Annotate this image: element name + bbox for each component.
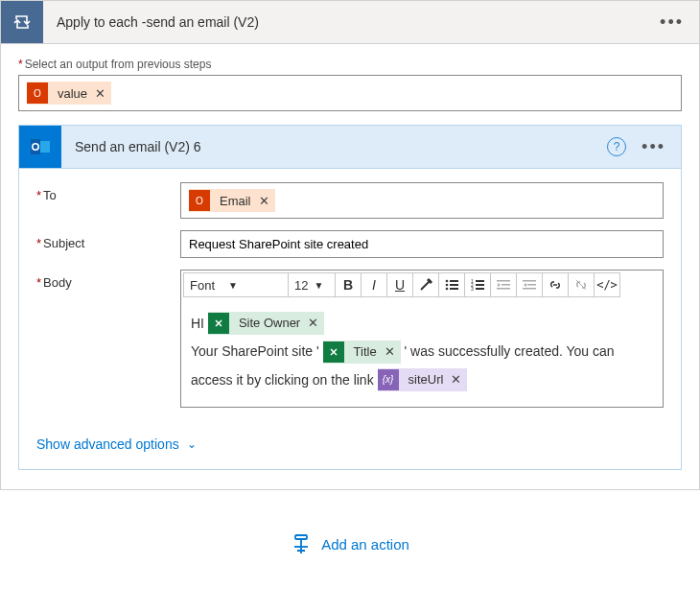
svg-rect-15 [497, 280, 510, 282]
svg-point-5 [446, 284, 449, 287]
svg-rect-16 [502, 284, 510, 286]
chevron-down-icon: ⌄ [187, 437, 197, 451]
svg-rect-6 [450, 284, 458, 286]
value-token[interactable]: O value ✕ [27, 82, 111, 105]
subject-label: *Subject [36, 230, 180, 250]
numbered-list-button[interactable]: 123 [464, 272, 491, 297]
body-label: *Body [36, 270, 180, 290]
send-email-title: Send an email (V2) 6 [61, 139, 597, 154]
outlook-icon [19, 126, 61, 168]
to-label: *To [36, 182, 180, 202]
add-action-container: Add an action [0, 490, 700, 575]
send-email-card: Send an email (V2) 6 ? ••• *To O Email ✕ [18, 125, 682, 470]
color-button[interactable] [412, 272, 439, 297]
to-field[interactable]: O Email ✕ [180, 182, 664, 219]
send-email-body: *To O Email ✕ *Subject [19, 169, 681, 469]
remove-token-icon[interactable]: ✕ [308, 311, 318, 336]
siteurl-token[interactable]: {x} siteUrl ✕ [378, 368, 468, 391]
body-content[interactable]: HI Site Owner ✕ Your SharePoint site ' [181, 299, 663, 407]
remove-token-icon[interactable]: ✕ [259, 194, 269, 208]
svg-rect-14 [476, 288, 484, 290]
add-action-button[interactable]: Add an action [291, 534, 409, 555]
size-select[interactable]: 12▼ [288, 272, 336, 297]
svg-rect-4 [450, 280, 458, 282]
svg-rect-19 [527, 284, 536, 286]
loop-icon [1, 1, 43, 43]
apply-to-each-title: Apply to each -send an email (V2) [43, 14, 644, 30]
svg-rect-10 [476, 280, 484, 282]
rte-toolbar: Font▼ 12▼ B I U [181, 271, 663, 299]
indent-button[interactable] [516, 272, 543, 297]
title-token[interactable]: Title ✕ [323, 341, 401, 364]
remove-token-icon[interactable]: ✕ [451, 367, 461, 392]
font-select[interactable]: Font▼ [183, 272, 289, 297]
apply-to-each-header[interactable]: Apply to each -send an email (V2) ••• [1, 1, 699, 44]
send-email-menu[interactable]: ••• [636, 134, 671, 159]
unlink-button[interactable] [568, 272, 595, 297]
svg-point-3 [446, 280, 449, 283]
svg-rect-23 [295, 535, 307, 539]
italic-button[interactable]: I [361, 272, 387, 297]
excel-icon [323, 341, 344, 363]
apply-to-each-body: *Select an output from previous steps O … [1, 44, 699, 489]
add-action-icon [291, 534, 312, 555]
body-editor: Font▼ 12▼ B I U [180, 270, 664, 408]
subject-input[interactable] [180, 230, 664, 258]
output-field[interactable]: O value ✕ [18, 75, 682, 111]
underline-button[interactable]: U [386, 272, 413, 297]
office-icon: O [189, 190, 210, 211]
svg-point-7 [446, 288, 449, 291]
link-button[interactable] [542, 272, 569, 297]
email-token[interactable]: O Email ✕ [189, 189, 275, 212]
code-view-button[interactable]: </> [594, 272, 620, 297]
remove-token-icon[interactable]: ✕ [95, 86, 105, 101]
site-owner-token[interactable]: Site Owner ✕ [208, 312, 324, 335]
help-button[interactable]: ? [607, 137, 626, 156]
bold-button[interactable]: B [335, 272, 362, 297]
send-email-header[interactable]: Send an email (V2) 6 ? ••• [19, 126, 681, 169]
svg-text:3: 3 [471, 286, 474, 292]
show-advanced-options[interactable]: Show advanced options⌄ [36, 436, 197, 452]
excel-icon [208, 313, 229, 334]
bulleted-list-button[interactable] [438, 272, 465, 297]
svg-rect-8 [450, 288, 458, 290]
variable-icon: {x} [378, 369, 399, 390]
output-field-label: *Select an output from previous steps [18, 58, 682, 71]
svg-rect-20 [523, 288, 536, 290]
remove-token-icon[interactable]: ✕ [385, 340, 395, 365]
apply-to-each-menu[interactable]: ••• [654, 10, 689, 35]
svg-rect-1 [40, 141, 50, 153]
office-icon: O [27, 82, 48, 104]
outdent-button[interactable] [490, 272, 517, 297]
svg-rect-18 [523, 280, 536, 282]
svg-rect-12 [476, 284, 484, 286]
apply-to-each-card: Apply to each -send an email (V2) ••• *S… [0, 0, 700, 490]
svg-rect-17 [497, 288, 510, 290]
